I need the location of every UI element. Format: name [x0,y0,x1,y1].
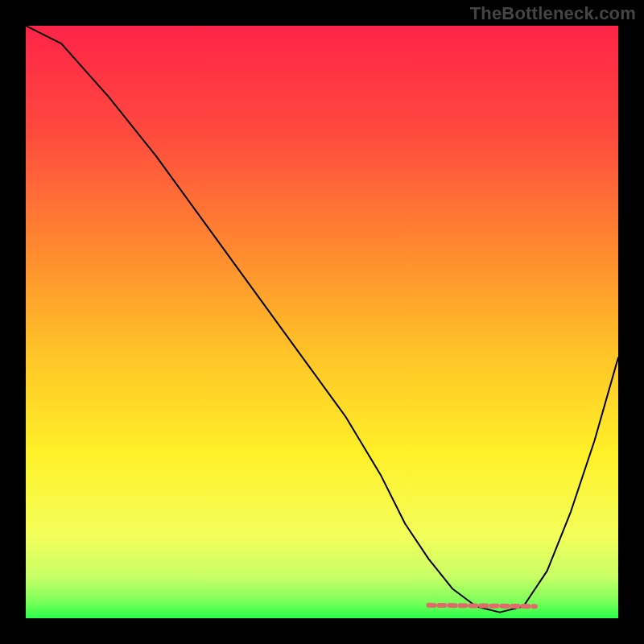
series-optimal-marker [428,605,535,606]
watermark-text: TheBottleneck.com [470,3,636,24]
chart-frame: TheBottleneck.com [0,0,644,644]
gradient-rect [26,26,618,618]
chart-svg [26,26,618,618]
plot-area [26,26,618,618]
